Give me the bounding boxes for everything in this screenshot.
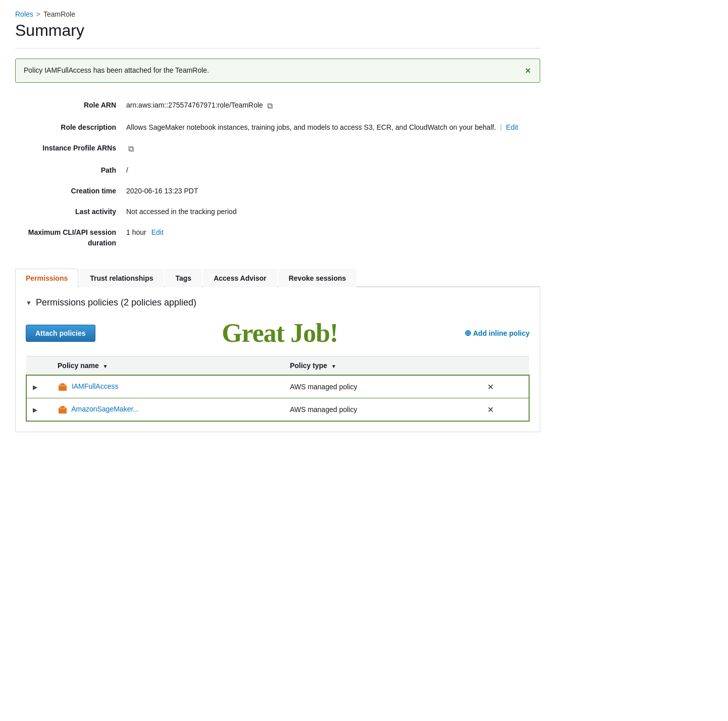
table-row: ▶ IAMFullAccess AWS managed policy ✕: [26, 375, 529, 398]
instance-profile-copy-icon[interactable]: ⧉: [128, 143, 134, 155]
path-label: Path: [15, 165, 126, 176]
role-arn-label: Role ARN: [15, 100, 126, 112]
table-header-row: Policy name ▼ Policy type ▼: [26, 356, 529, 376]
max-session-value: 1 hour Edit: [126, 227, 540, 248]
policy-table-body: ▶ IAMFullAccess AWS managed policy ✕: [26, 375, 529, 421]
breadcrumb-separator: >: [36, 10, 40, 18]
table-row: ▶ AmazonSageMaker... AWS managed policy …: [26, 398, 529, 422]
summary-row-role-description: Role description Allows SageMaker notebo…: [15, 117, 540, 138]
summary-row-last-activity: Last activity Not accessed in the tracki…: [15, 201, 540, 222]
row1-expand-arrow[interactable]: ▶: [33, 384, 37, 391]
page-title: Summary: [15, 21, 540, 40]
row1-expand-cell: ▶: [26, 375, 51, 398]
row2-policy-type-cell: AWS managed policy: [284, 398, 481, 422]
role-arn-copy-icon[interactable]: ⧉: [267, 100, 273, 112]
section-collapse-icon[interactable]: ▼: [26, 299, 32, 306]
summary-row-role-arn: Role ARN arn:aws:iam::275574767971:role/…: [15, 95, 540, 117]
max-session-edit-link[interactable]: Edit: [151, 227, 164, 238]
row1-remove-cell: ✕: [481, 375, 529, 398]
summary-row-creation-time: Creation time 2020-06-16 13:23 PDT: [15, 181, 540, 201]
policy-table: Policy name ▼ Policy type ▼ ▶: [26, 356, 530, 422]
creation-time-value: 2020-06-16 13:23 PDT: [126, 186, 540, 196]
permissions-tab-content: ▼ Permissions policies (2 policies appli…: [15, 287, 540, 432]
policy-type-sort-icon: ▼: [331, 364, 336, 369]
breadcrumb: Roles > TeamRole: [15, 10, 540, 18]
great-job-text: Great Job!: [222, 318, 338, 348]
row1-policy-icon: [58, 382, 68, 392]
role-arn-value: arn:aws:iam::275574767971:role/TeamRole …: [126, 100, 540, 112]
tab-access-advisor[interactable]: Access Advisor: [203, 269, 277, 287]
summary-table: Role ARN arn:aws:iam::275574767971:role/…: [15, 95, 540, 253]
col-remove: [481, 356, 529, 376]
tab-revoke-sessions[interactable]: Revoke sessions: [278, 269, 357, 287]
tab-permissions[interactable]: Permissions: [15, 269, 78, 287]
row1-remove-button[interactable]: ✕: [487, 383, 494, 391]
success-banner: Policy IAMFullAccess has been attached f…: [15, 59, 540, 83]
col-expand: [26, 356, 51, 376]
summary-row-instance-profile: Instance Profile ARNs ⧉: [15, 138, 540, 160]
row2-expand-arrow[interactable]: ▶: [33, 406, 37, 414]
svg-rect-2: [61, 383, 64, 385]
tabs-container: Permissions Trust relationships Tags Acc…: [15, 268, 540, 287]
last-activity-value: Not accessed in the tracking period: [126, 207, 540, 217]
last-activity-label: Last activity: [15, 207, 126, 217]
row2-policy-icon: [58, 404, 68, 415]
permissions-section-header: ▼ Permissions policies (2 policies appli…: [26, 297, 530, 308]
row2-expand-cell: ▶: [26, 398, 51, 422]
policy-name-sort-icon: ▼: [103, 364, 108, 369]
col-policy-type[interactable]: Policy type ▼: [284, 356, 481, 376]
breadcrumb-parent-link[interactable]: Roles: [15, 10, 33, 18]
breadcrumb-current: TeamRole: [43, 10, 75, 18]
title-divider: [15, 48, 540, 48]
banner-close-button[interactable]: ×: [524, 66, 532, 75]
row1-policy-link[interactable]: IAMFullAccess: [72, 382, 119, 390]
tab-tags[interactable]: Tags: [165, 269, 202, 287]
row2-remove-cell: ✕: [481, 398, 529, 422]
instance-profile-value: ⧉: [126, 143, 540, 155]
role-description-value: Allows SageMaker notebook instances, tra…: [126, 122, 540, 133]
row2-policy-link[interactable]: AmazonSageMaker...: [71, 405, 139, 413]
success-banner-text: Policy IAMFullAccess has been attached f…: [24, 66, 209, 74]
row1-policy-type-cell: AWS managed policy: [284, 375, 481, 398]
svg-rect-5: [61, 406, 64, 408]
add-inline-policy-link[interactable]: ⊕ Add inline policy: [464, 328, 530, 338]
role-description-label: Role description: [15, 122, 126, 133]
tab-trust-relationships[interactable]: Trust relationships: [79, 269, 164, 287]
row2-policy-name-cell: AmazonSageMaker...: [51, 398, 284, 422]
instance-profile-label: Instance Profile ARNs: [15, 143, 126, 155]
col-policy-name[interactable]: Policy name ▼: [51, 356, 284, 376]
path-value: /: [126, 165, 540, 176]
role-description-edit-link[interactable]: Edit: [506, 122, 518, 133]
row1-policy-name-cell: IAMFullAccess: [51, 375, 284, 398]
permissions-section-title: Permissions policies (2 policies applied…: [36, 297, 196, 308]
row2-remove-button[interactable]: ✕: [487, 405, 494, 414]
max-session-label: Maximum CLI/API session duration: [15, 227, 126, 248]
add-inline-policy-label: Add inline policy: [473, 329, 530, 337]
summary-row-path: Path /: [15, 160, 540, 181]
summary-row-max-session: Maximum CLI/API session duration 1 hour …: [15, 222, 540, 253]
add-inline-plus-icon: ⊕: [464, 328, 471, 338]
permissions-toolbar: Attach policies Great Job! ⊕ Add inline …: [26, 318, 530, 348]
attach-policies-button[interactable]: Attach policies: [26, 325, 95, 342]
creation-time-label: Creation time: [15, 186, 126, 196]
